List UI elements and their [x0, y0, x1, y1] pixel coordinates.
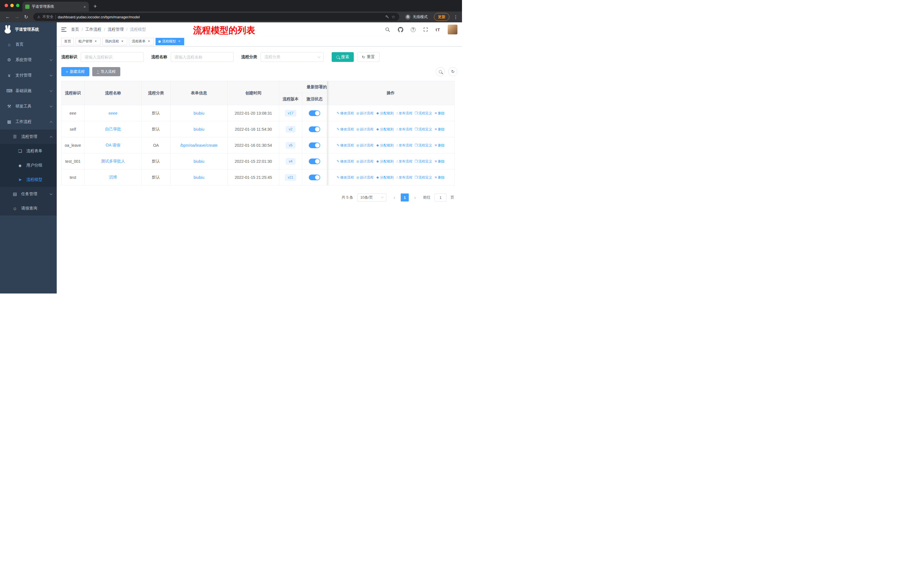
bookmark-star-icon[interactable]: ☆ [391, 14, 395, 20]
action-process-definition[interactable]: ❐流程定义 [415, 175, 432, 179]
import-process-button[interactable]: ↑ 导入流程 [92, 67, 120, 76]
tag-my-process[interactable]: 我的流程 × [102, 38, 127, 45]
avatar[interactable] [448, 25, 457, 35]
breadcrumb-workflow[interactable]: 工作流程 [85, 27, 101, 32]
action-design-process[interactable]: ◎设计流程 [356, 111, 373, 115]
minimize-window-button[interactable] [10, 4, 14, 7]
action-assign-rule[interactable]: ☻分配规则 [376, 127, 394, 131]
form-info-link[interactable]: biubiu [194, 111, 204, 116]
action-process-definition[interactable]: ❐流程定义 [415, 159, 432, 164]
prev-page-button[interactable]: ‹ [390, 193, 398, 202]
fullscreen-icon[interactable] [423, 27, 428, 32]
action-delete[interactable]: ✕删除 [434, 159, 445, 164]
sidebar-item-process-form[interactable]: ❏ 流程表单 [0, 144, 57, 158]
toggle-search-button[interactable] [436, 67, 445, 76]
active-toggle[interactable] [309, 159, 320, 164]
active-toggle[interactable] [309, 126, 320, 132]
process-name-link[interactable]: OA 请假 [106, 143, 120, 147]
password-key-icon[interactable] [385, 15, 389, 19]
breadcrumb-home[interactable]: 首页 [71, 27, 79, 32]
action-design-process[interactable]: ◎设计流程 [356, 127, 373, 131]
address-bar[interactable]: ⚠ 不安全 dashboard.yudao.iocoder.cn/bpm/man… [33, 13, 399, 21]
action-publish-process[interactable]: ☝发布流程 [396, 159, 412, 164]
security-label[interactable]: 不安全 [42, 14, 54, 20]
action-delete[interactable]: ✕删除 [434, 127, 445, 131]
active-toggle[interactable] [309, 110, 320, 116]
process-name-link[interactable]: 测试多审批人 [101, 159, 125, 164]
browser-tab[interactable]: 芋道管理系统 × [22, 2, 89, 12]
browser-menu-kebab-icon[interactable]: ⋮ [453, 14, 459, 20]
action-design-process[interactable]: ◎设计流程 [356, 143, 373, 147]
page-size-select[interactable]: 10条/页 [357, 193, 386, 202]
sidebar-item-infrastructure[interactable]: ⌨ 基础设施 [0, 83, 57, 99]
active-toggle[interactable] [309, 142, 320, 148]
tag-close-icon[interactable]: × [120, 40, 124, 43]
action-delete[interactable]: ✕删除 [434, 175, 445, 179]
action-delete[interactable]: ✕删除 [434, 143, 445, 147]
action-assign-rule[interactable]: ☻分配规则 [376, 159, 394, 164]
sidebar-item-process-model[interactable]: ➤ 流程模型 [0, 172, 57, 187]
action-edit-process[interactable]: ✎修改流程 [337, 111, 354, 115]
process-name-link[interactable]: 滔博 [109, 175, 117, 179]
browser-update-button[interactable]: 更新 [434, 13, 449, 21]
action-publish-process[interactable]: ☝发布流程 [396, 127, 412, 131]
tag-tenant-management[interactable]: 租户管理 × [76, 38, 101, 45]
active-toggle[interactable] [309, 175, 320, 180]
action-edit-process[interactable]: ✎修改流程 [337, 143, 354, 147]
next-page-button[interactable]: › [411, 193, 419, 202]
search-icon[interactable] [385, 27, 390, 32]
form-info-link[interactable]: biubiu [194, 159, 204, 164]
action-design-process[interactable]: ◎设计流程 [356, 175, 373, 179]
action-publish-process[interactable]: ☝发布流程 [396, 143, 412, 147]
action-process-definition[interactable]: ❐流程定义 [415, 127, 432, 131]
close-window-button[interactable] [5, 4, 8, 7]
action-design-process[interactable]: ◎设计流程 [356, 159, 373, 164]
new-tab-button[interactable]: + [93, 3, 97, 10]
tab-close-icon[interactable]: × [83, 4, 86, 9]
forward-button[interactable]: → [13, 13, 21, 21]
refresh-button[interactable]: ↻ [448, 67, 457, 76]
action-process-definition[interactable]: ❐流程定义 [415, 111, 432, 115]
sidebar-item-process-management[interactable]: ☰ 流程管理 [0, 129, 57, 144]
process-category-select[interactable]: 流程分类 [261, 52, 323, 62]
action-assign-rule[interactable]: ☻分配规则 [376, 143, 394, 147]
tag-close-icon[interactable]: × [94, 40, 98, 43]
page-number-current[interactable]: 1 [401, 193, 409, 202]
zoom-window-button[interactable] [16, 4, 20, 7]
tag-process-model[interactable]: 流程模型 × [155, 38, 184, 45]
sidebar-item-system-management[interactable]: ⚙ 系统管理 [0, 52, 57, 68]
process-name-input[interactable] [171, 52, 234, 62]
sidebar-item-task-management[interactable]: ▤ 任务管理 [0, 187, 57, 201]
sidebar-item-leave-query[interactable]: ☺ 请假查询 [0, 201, 57, 215]
help-icon[interactable]: ? [411, 27, 416, 32]
action-assign-rule[interactable]: ☻分配规则 [376, 111, 394, 115]
tag-close-icon[interactable]: × [147, 40, 151, 43]
action-edit-process[interactable]: ✎修改流程 [337, 159, 354, 164]
process-name-link[interactable]: eeee [109, 111, 117, 116]
form-info-link[interactable]: /bpm/oa/leave/create [180, 143, 218, 147]
action-process-definition[interactable]: ❐流程定义 [415, 143, 432, 147]
font-size-icon[interactable]: tT [436, 27, 440, 32]
process-id-input[interactable] [81, 52, 144, 62]
breadcrumb-process-management[interactable]: 流程管理 [108, 27, 124, 32]
goto-page-input[interactable] [434, 193, 447, 202]
sidebar-item-dev-tools[interactable]: ⚒ 研发工具 [0, 99, 57, 114]
sidebar-item-workflow[interactable]: ▦ 工作流程 [0, 114, 57, 129]
action-edit-process[interactable]: ✎修改流程 [337, 127, 354, 131]
search-button[interactable]: 搜索 [332, 52, 354, 62]
action-publish-process[interactable]: ☝发布流程 [396, 111, 412, 115]
action-assign-rule[interactable]: ☻分配规则 [376, 175, 394, 179]
process-name-link[interactable]: 自己审批 [105, 127, 121, 131]
action-edit-process[interactable]: ✎修改流程 [337, 175, 354, 179]
back-button[interactable]: ← [3, 13, 12, 21]
reload-button[interactable]: ↻ [22, 13, 30, 21]
github-icon[interactable] [398, 27, 403, 32]
sidebar-item-payment-management[interactable]: ¥ 支付管理 [0, 68, 57, 83]
action-delete[interactable]: ✕删除 [434, 111, 445, 115]
sidebar-item-user-group[interactable]: ☻ 用户分组 [0, 158, 57, 172]
form-info-link[interactable]: biubiu [194, 127, 204, 132]
create-process-button[interactable]: + 新建流程 [61, 67, 89, 76]
tag-home[interactable]: 首页 [61, 38, 74, 45]
sidebar-toggle-icon[interactable] [61, 28, 66, 32]
tag-process-form[interactable]: 流程表单 × [129, 38, 154, 45]
